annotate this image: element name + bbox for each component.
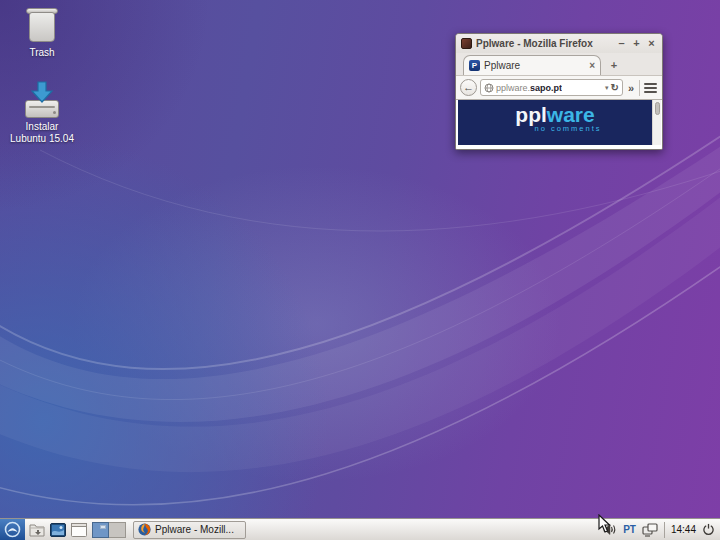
- volume-icon[interactable]: [603, 523, 617, 536]
- start-menu-button[interactable]: [0, 519, 25, 540]
- scrollbar-thumb[interactable]: [655, 102, 660, 115]
- back-button[interactable]: ←: [460, 79, 477, 96]
- hamburger-menu-icon[interactable]: [643, 83, 658, 93]
- lubuntu-logo-icon: [4, 521, 21, 538]
- toolbar-separator: [639, 80, 640, 96]
- show-desktop-icon[interactable]: [70, 521, 88, 539]
- url-text: pplware.sapo.pt: [496, 83, 562, 93]
- workspace-window-thumb: [100, 525, 106, 529]
- navigation-toolbar: ← pplware.sapo.pt ▾ ↻ »: [456, 75, 662, 100]
- taskbar-clock[interactable]: 14:44: [671, 524, 696, 535]
- download-arrow-icon: [23, 80, 61, 106]
- reload-icon[interactable]: ↻: [610, 82, 618, 93]
- pplware-favicon: P: [469, 60, 480, 71]
- taskbar-window-button-label: Pplware - Mozill...: [155, 524, 234, 535]
- tab-pplware[interactable]: P Pplware ×: [463, 55, 601, 75]
- url-dropdown-icon[interactable]: ▾: [605, 84, 609, 92]
- installer-icon-label: Instalar Lubuntu 15.04: [6, 121, 78, 145]
- network-connections-icon[interactable]: [642, 523, 658, 537]
- trash-icon-label: Trash: [6, 47, 78, 59]
- tab-close-icon[interactable]: ×: [589, 60, 595, 71]
- system-tray: PT 14:44: [603, 522, 720, 538]
- firefox-icon: [138, 523, 151, 536]
- page-scrollbar[interactable]: [652, 100, 661, 145]
- close-button[interactable]: ×: [646, 38, 657, 49]
- file-manager-icon[interactable]: [28, 521, 46, 539]
- firefox-window: Pplware - Mozilla Firefox – + × P Pplwar…: [455, 33, 663, 150]
- minimize-button[interactable]: –: [616, 38, 627, 49]
- desktop-preferences-icon[interactable]: [49, 521, 67, 539]
- workspace-1-active[interactable]: [92, 522, 109, 538]
- pplware-page[interactable]: pplware no comments: [458, 100, 652, 145]
- trash-icon: [25, 8, 59, 44]
- pplware-tagline: no comments: [458, 124, 652, 133]
- window-titlebar[interactable]: Pplware - Mozilla Firefox – + ×: [456, 34, 662, 53]
- tab-label: Pplware: [484, 60, 585, 71]
- url-bar[interactable]: pplware.sapo.pt ▾ ↻: [480, 79, 623, 96]
- desktop-icon-trash[interactable]: Trash: [6, 8, 78, 59]
- window-title: Pplware - Mozilla Firefox: [476, 38, 612, 49]
- workspace-pager: [92, 522, 126, 538]
- keyboard-layout-indicator[interactable]: PT: [623, 524, 636, 535]
- install-icon: [23, 82, 61, 118]
- overflow-chevron-icon[interactable]: »: [626, 82, 636, 94]
- page-content: pplware no comments: [456, 100, 662, 149]
- tab-bar: P Pplware × +: [456, 53, 662, 75]
- tray-separator: [664, 522, 665, 538]
- maximize-button[interactable]: +: [631, 38, 642, 49]
- taskbar: Pplware - Mozill... PT 14:44: [0, 518, 720, 540]
- new-tab-button[interactable]: +: [603, 57, 625, 74]
- power-icon[interactable]: [702, 523, 715, 536]
- globe-icon: [484, 83, 494, 93]
- window-icon: [461, 38, 472, 49]
- taskbar-window-button[interactable]: Pplware - Mozill...: [133, 521, 246, 539]
- workspace-2[interactable]: [109, 522, 126, 538]
- desktop-icon-installer[interactable]: Instalar Lubuntu 15.04: [6, 82, 78, 145]
